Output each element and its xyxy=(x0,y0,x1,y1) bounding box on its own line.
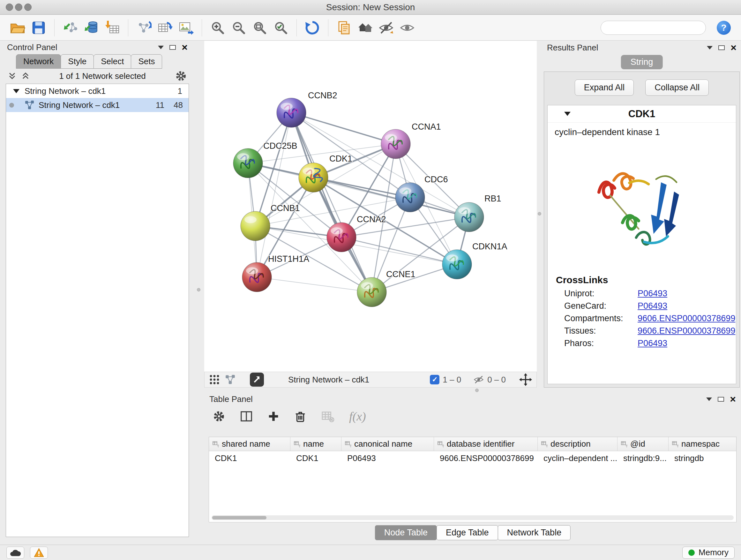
close-panel-icon[interactable]: × xyxy=(731,43,737,53)
column-header-description[interactable]: description xyxy=(538,437,617,451)
hide-annotations-button[interactable] xyxy=(377,18,395,37)
float-panel-icon[interactable] xyxy=(170,45,176,50)
network-row-selected[interactable]: String Network – cdk1 11 48 xyxy=(6,98,189,112)
right-splitter-handle[interactable] xyxy=(538,212,541,215)
tab-node-table[interactable]: Node Table xyxy=(375,525,437,540)
tab-select[interactable]: Select xyxy=(93,54,131,69)
collapse-all-tree-icon[interactable] xyxy=(8,71,17,80)
network-collection-row[interactable]: String Network – cdk1 1 xyxy=(6,84,189,98)
crosslink-value-link[interactable]: P06493 xyxy=(637,338,667,348)
tab-string[interactable]: String xyxy=(621,55,663,69)
table-cell[interactable]: 9606.ENSP00000378699 xyxy=(434,451,538,465)
cloud-status-button[interactable] xyxy=(6,547,24,559)
detach-view-button[interactable] xyxy=(250,373,264,387)
table-cell[interactable]: CDK1 xyxy=(290,451,341,465)
column-header-database-identifier[interactable]: database identifier xyxy=(434,437,538,451)
tab-network-table[interactable]: Network Table xyxy=(498,525,571,540)
float-panel-icon[interactable] xyxy=(718,397,724,401)
node-HIST1H1A[interactable] xyxy=(242,262,272,292)
selected-checkbox-icon[interactable]: ✓ xyxy=(430,375,440,384)
expand-all-tree-icon[interactable] xyxy=(21,71,30,80)
delete-column-trash-icon[interactable] xyxy=(294,410,307,422)
node-CCNA2[interactable] xyxy=(327,223,356,252)
panel-menu-icon[interactable] xyxy=(707,46,713,50)
node-CCNB2[interactable] xyxy=(277,98,306,127)
table-cell[interactable]: stringdb:9... xyxy=(617,451,669,465)
node-RB1[interactable] xyxy=(455,202,484,232)
import-table-button[interactable] xyxy=(103,18,122,37)
open-session-button[interactable] xyxy=(8,18,27,37)
tab-style[interactable]: Style xyxy=(61,54,94,69)
crosslink-value-link[interactable]: 9606.ENSP00000378699 xyxy=(637,326,735,336)
column-header-name[interactable]: name xyxy=(290,437,341,451)
tab-sets[interactable]: Sets xyxy=(131,54,162,69)
clone-network-button[interactable] xyxy=(135,18,153,37)
import-network-file-button[interactable] xyxy=(61,18,79,37)
edge[interactable] xyxy=(291,113,396,144)
node-CDKN1A[interactable] xyxy=(442,250,472,279)
edge[interactable] xyxy=(257,277,372,292)
table-options-gear-icon[interactable] xyxy=(212,410,225,423)
show-columns-icon[interactable] xyxy=(240,410,253,423)
show-hide-panels-button[interactable] xyxy=(356,18,374,37)
table-cell[interactable]: CDK1 xyxy=(209,451,290,465)
tab-network[interactable]: Network xyxy=(16,54,61,69)
panel-menu-icon[interactable] xyxy=(706,397,712,401)
close-window-button[interactable] xyxy=(6,3,13,11)
expand-all-button[interactable]: Expand All xyxy=(575,79,634,96)
network-from-table-button[interactable] xyxy=(156,18,174,37)
table-cell[interactable]: cyclin–dependent ... xyxy=(538,451,617,465)
table-cell[interactable]: stringdb xyxy=(669,451,737,465)
grid-view-icon[interactable] xyxy=(209,374,220,385)
bottom-splitter-handle[interactable] xyxy=(475,388,479,392)
save-session-button[interactable] xyxy=(29,18,48,37)
edge[interactable] xyxy=(291,113,372,292)
table-cell[interactable]: P06493 xyxy=(341,451,434,465)
column-header-canonical-name[interactable]: canonical name xyxy=(341,437,434,451)
warnings-button[interactable] xyxy=(30,547,48,559)
crosslink-value-link[interactable]: P06493 xyxy=(637,301,667,311)
network-graph[interactable]: CCNB2CCNA1CDC25BCDK1CDC6RB1CCNB1CCNA2CDK… xyxy=(204,41,537,371)
float-panel-icon[interactable] xyxy=(718,45,725,50)
show-graphics-details-button[interactable] xyxy=(398,18,416,37)
fit-crosshair-icon[interactable] xyxy=(519,373,532,386)
crosslink-value-link[interactable]: 9606.ENSP00000378699 xyxy=(637,314,735,323)
zoom-out-button[interactable] xyxy=(229,18,248,37)
edge[interactable] xyxy=(341,237,457,264)
node-CDC6[interactable] xyxy=(395,183,425,212)
node-CCNE1[interactable] xyxy=(357,277,387,307)
close-panel-icon[interactable]: × xyxy=(730,394,736,404)
memory-button[interactable]: Memory xyxy=(682,547,735,559)
table-row[interactable]: CDK1CDK1P064939606.ENSP00000378699cyclin… xyxy=(209,451,736,465)
column-header-namespac[interactable]: namespac xyxy=(669,437,737,451)
scrollbar-thumb[interactable] xyxy=(212,516,266,519)
crosslink-value-link[interactable]: P06493 xyxy=(637,289,667,299)
horizontal-scrollbar[interactable] xyxy=(212,515,734,520)
help-button[interactable]: ? xyxy=(717,21,731,35)
gear-icon[interactable] xyxy=(175,70,187,82)
search-input[interactable] xyxy=(608,23,715,33)
zoom-window-button[interactable] xyxy=(24,3,31,11)
export-image-button[interactable] xyxy=(177,18,195,37)
zoom-in-button[interactable] xyxy=(208,18,227,37)
node-CDK1[interactable] xyxy=(299,163,328,192)
column-header-@id[interactable]: @id xyxy=(617,437,669,451)
node-CCNB1[interactable] xyxy=(241,211,270,241)
column-header-shared-name[interactable]: shared name xyxy=(209,437,290,451)
close-panel-icon[interactable]: × xyxy=(182,42,188,52)
copy-document-button[interactable] xyxy=(335,18,353,37)
left-splitter-handle[interactable] xyxy=(197,288,200,292)
tree-expand-icon[interactable] xyxy=(13,89,19,93)
zoom-fit-button[interactable] xyxy=(251,18,269,37)
edge[interactable] xyxy=(257,113,291,277)
collapse-protein-icon[interactable] xyxy=(564,112,570,116)
minimize-window-button[interactable] xyxy=(15,3,22,11)
import-network-database-button[interactable] xyxy=(82,18,100,37)
tab-edge-table[interactable]: Edge Table xyxy=(436,525,498,540)
node-CDC25B[interactable] xyxy=(233,148,263,178)
add-column-plus-icon[interactable] xyxy=(267,410,280,422)
network-view-icon[interactable] xyxy=(225,374,236,385)
collapse-all-button[interactable]: Collapse All xyxy=(645,79,709,96)
network-canvas[interactable]: CCNB2CCNA1CDC25BCDK1CDC6RB1CCNB1CCNA2CDK… xyxy=(204,41,537,372)
zoom-selected-button[interactable] xyxy=(272,18,290,37)
